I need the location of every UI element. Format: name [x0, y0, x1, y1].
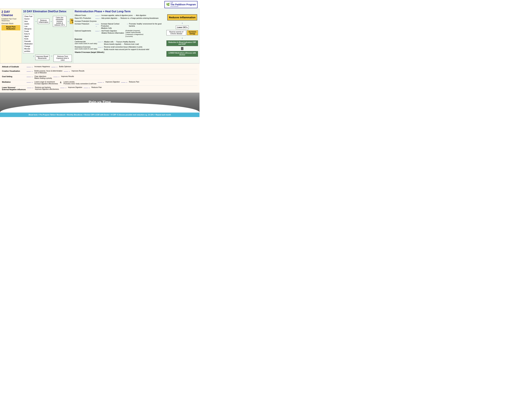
- reintro-left: Different Foods ——→ Increase appetite, s…: [75, 14, 165, 57]
- cleanse-item-1: Establish Pain Food Awareness: [1, 18, 20, 22]
- bottom-bar-text: Blood tests > Pre-Program 'Before' Blood…: [29, 114, 171, 116]
- step-healthy-bacteria: Promotes 'healthy' environment for the g…: [129, 23, 165, 27]
- arrow-down-1: ↓: [33, 55, 34, 57]
- label-gratitude: Attitude of Gratitude: [2, 66, 25, 68]
- increases-energy-box: Increases Energy: [187, 30, 198, 35]
- flow-cardiovascular: Cardiovascular (start small & build 2% e…: [75, 41, 165, 45]
- cardio-step-1: Alkalize cells: [104, 41, 114, 43]
- cleanse-title: 2 DAY Cleanse: [1, 10, 20, 17]
- col-elimination: 10 DAY Elimination Diet/Gut Detox Clean …: [22, 9, 73, 63]
- food-item-5: Change Microbe portfolio: [24, 45, 33, 52]
- improves-bowel-box: Improves Bowel Movements: [35, 55, 49, 60]
- meditation-step-4: Reduces Pain: [129, 81, 139, 83]
- cardio-chain: Alkalize cells → Favours Healthy Bacteri…: [104, 41, 139, 45]
- lower-cics-box: Lower CIC's: [176, 25, 188, 29]
- right-panel: Reduces Inflammation ↓ Lower CIC's Rever…: [167, 14, 198, 57]
- resistance-chain: Reverse small connective tissue inflamat…: [104, 46, 149, 51]
- label-proteolytic: Increase Proteolytic Enzymes: [75, 20, 97, 22]
- gratitude-step-2: Builds Optimism: [59, 66, 71, 67]
- arrow-1: →: [35, 20, 37, 23]
- step-alkalize-reduce: Alkalize Reduces inflammation: [101, 32, 124, 34]
- flow-different-foods: Different Foods ——→ Increase appetite, s…: [75, 14, 165, 17]
- label-stresses: Lower Stresses/ External Negative influe…: [2, 86, 26, 90]
- step-alkalizes: Alkalizes Cells: [101, 27, 126, 29]
- step-reduces-particles: Reduces no. of large particles entering …: [121, 17, 159, 19]
- label-supplements: Optional Supplements: [75, 30, 94, 32]
- arrow-down-2: ↓: [182, 36, 183, 39]
- stress-step-3: Reduces Pain: [92, 86, 102, 88]
- food-item-1: Clean Fuel Source (less waste): [24, 15, 33, 25]
- cardio-step-3: Moves bowels regularly: [104, 43, 122, 45]
- top-section: 2 DAY Cleanse Establish Pain Food Awaren…: [0, 9, 199, 63]
- supplement-types: (Proteolytic Enzymes) ( Betain Hydrochlo…: [125, 30, 143, 38]
- step-appetite: Increase appetite, saliva & digestive ju…: [101, 14, 133, 16]
- arrow-down-big: ↓: [182, 21, 183, 24]
- cleanse-item-2: Eliminate Waste: [1, 23, 20, 24]
- label-different-foods: Different Foods: [75, 14, 94, 16]
- logo-text: The Paddison Program: [170, 3, 196, 6]
- label-cardiovascular: Cardiovascular (start small & build 2% e…: [75, 41, 97, 45]
- meditation-step-2: Lowers anxiety Promotes mind / body conn…: [63, 81, 96, 85]
- flow-potassium: Increase Potassium ——→ Increase Natural …: [75, 23, 165, 29]
- label-meditation: Meditation: [2, 81, 25, 83]
- resistance-step-2: Builds muscle mass around joint for supp…: [104, 48, 149, 51]
- lower-meds-box: LOWER Medications (Discuss with doctor): [167, 51, 198, 57]
- chart-section: Pain vs Time: [0, 93, 199, 113]
- reduces-inflammation-box: Reduces Inflammation: [38, 19, 49, 24]
- mind-row-visualization: Creative Visualization ——→ Builds purpos…: [2, 69, 198, 75]
- cardio-step-2: Favours Healthy Bacteria: [116, 41, 135, 43]
- label-goal: Goal Setting: [2, 75, 25, 77]
- food-item-3: Easy to digest foods: [24, 32, 33, 40]
- flow-resistance: Resistance Exercises (start small & buil…: [75, 46, 165, 51]
- resistance-step-1: Reverse small connective tissue inflamat…: [104, 46, 149, 48]
- exercise-label: Exercise: [75, 38, 165, 40]
- stress-step-2: Improves Digestion: [68, 86, 82, 88]
- reintro-grid: Different Foods ——→ Increase appetite, s…: [75, 14, 198, 57]
- mind-row-goal: Goal Setting ——→ Clear objectives Makes …: [2, 75, 198, 80]
- flow-hcl: Raise HCL Production ——→ Aids protein di…: [75, 17, 165, 20]
- leaf-icon: 🌿: [166, 3, 170, 6]
- reduces-toxic-box: Reduces Toxic Exposure time in colon: [53, 55, 72, 62]
- reverse-energy-row: Reverse anemia of Chronic disease Increa…: [167, 30, 198, 35]
- mind-row-gratitude: Attitude of Gratitude ——→ Increases Happ…: [2, 65, 198, 69]
- bottom-bar: Blood tests > Pre-Program 'Before' Blood…: [0, 113, 199, 117]
- gratitude-step-1: Increases Happiness: [34, 66, 50, 67]
- calms-immune-box: Calms the overactive immune system & red…: [53, 16, 66, 27]
- flow-proteolytic: Increase Proteolytic Enzymes: [75, 20, 165, 22]
- stress-step-1: Restores gut bacteria Improves digestive…: [35, 86, 59, 90]
- arrow-down-3: ↓: [181, 47, 183, 50]
- col-reintro: Reintroduction Phase + Heal Gut Long-Ter…: [73, 9, 199, 63]
- mind-section: Attitude of Gratitude ——→ Increases Happ…: [0, 63, 199, 93]
- label-hcl: Raise HCL Production: [75, 17, 94, 19]
- label-visualization: Creative Visualization: [2, 70, 25, 72]
- main-content: 2 DAY Cleanse Establish Pain Food Awaren…: [0, 9, 199, 117]
- reduction-blood-box: Reduction In Blood Indicators CRP and ES…: [167, 40, 198, 46]
- food-item-2: Low-Allergenic Foods: [24, 25, 33, 32]
- mind-row-stresses: Lower Stresses/ External Negative influe…: [2, 86, 198, 91]
- paddison-logo: 🌿 THE The Paddison Program PROGRAM: [164, 1, 198, 8]
- goal-step-2: Improves Results: [61, 75, 74, 77]
- arrow-4: →: [50, 55, 52, 57]
- reverse-anemia-box: Reverse anemia of Chronic disease: [167, 30, 186, 35]
- rapid-pain-box: Rapid Pain Reduction: [1, 25, 20, 31]
- vitamin-d-label: Vitamin D increase (target 150nm/L): [75, 51, 165, 53]
- elimination-title: 10 DAY Elimination Diet/Gut Detox: [23, 10, 72, 13]
- step-aids-digestion: Aids digestion: [136, 14, 146, 16]
- food-item-4: Dramatic Alkalisation: [24, 40, 33, 45]
- arrow-3: →: [67, 20, 69, 23]
- reduces-inflammation-big-box: Reduces Inflammation: [167, 14, 197, 21]
- meditation-step-3: Improves Digestion: [105, 81, 120, 83]
- col-cleanse: 2 DAY Cleanse Establish Pain Food Awaren…: [0, 9, 22, 63]
- food-list-box: Clean Fuel Source (less waste) Low-Aller…: [23, 14, 34, 53]
- goal-step-1: Clear objectives Makes healing a priorit…: [34, 75, 52, 79]
- meditation-step-1: Lowers anger & resentment Increase diges…: [34, 81, 58, 85]
- logo-area: 🌿 THE The Paddison Program PROGRAM: [0, 0, 199, 9]
- cardio-step-4: Reduces toxic Load: [124, 43, 139, 45]
- step-cortisol: Increase Natural Cortisol Production: [101, 23, 126, 27]
- label-resistance: Resistance Exercises (start small & buil…: [75, 46, 97, 50]
- elim-diagram: Clean Fuel Source (less waste) Low-Aller…: [23, 14, 72, 62]
- visualization-step-1: Builds purpose, focus & determination La…: [34, 70, 62, 74]
- chart-title: Pain vs Time: [89, 100, 111, 104]
- label-potassium: Increase Potassium: [75, 23, 94, 25]
- step-aid-protein: Aid Protein Digestion: [101, 30, 124, 32]
